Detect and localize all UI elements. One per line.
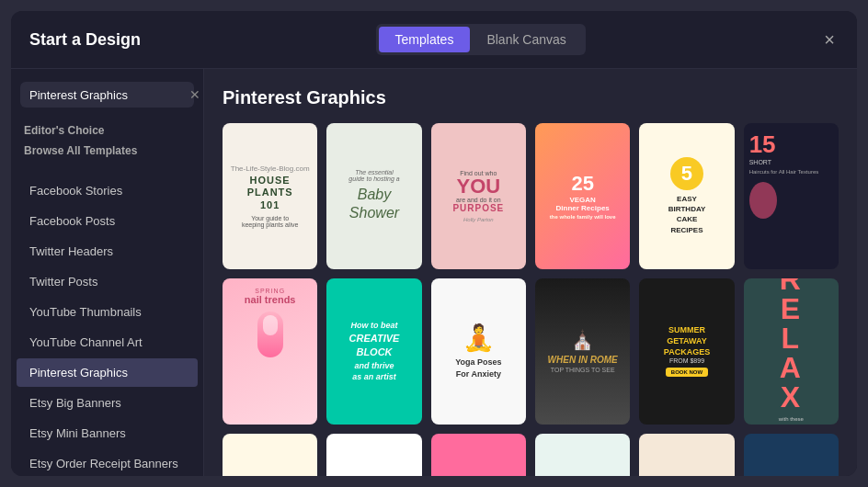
tab-blank-canvas[interactable]: Blank Canvas: [470, 27, 582, 52]
tab-templates[interactable]: Templates: [379, 27, 471, 52]
template-photo[interactable]: PHOTO101: [326, 434, 421, 476]
sidebar-item-pinterest-graphics[interactable]: Pinterest Graphics: [17, 358, 198, 387]
sidebar-item-twitter-posts[interactable]: Twitter Posts: [17, 267, 198, 296]
template-creative[interactable]: How to beatCREATIVE BLOCKand thriveas an…: [326, 278, 421, 425]
template-33[interactable]: 33: [431, 434, 526, 476]
template-hands[interactable]: 💍 Jewelry &Accessories: [639, 434, 734, 476]
template-ideas[interactable]: 15 IDEASFOR: [223, 434, 317, 476]
tab-group: Templates Blank Canvas: [376, 24, 586, 55]
sidebar: ✕ 🔍 Editor's Choice Browse All Templates…: [11, 69, 204, 476]
template-yoga[interactable]: 🧘 Yoga PosesFor Anxiety: [431, 278, 526, 425]
template-houseplants[interactable]: The-Life-Style-Blog.com HOUSEPLANTS101 Y…: [223, 123, 317, 269]
template-house2[interactable]: 🏠 Home & Living: [535, 434, 630, 476]
sidebar-item-editors-choice[interactable]: Editor's Choice: [11, 120, 203, 141]
template-stella[interactable]: THE STELLA COLLECTION: [744, 434, 839, 476]
search-input[interactable]: [29, 88, 184, 102]
modal-body: ✕ 🔍 Editor's Choice Browse All Templates…: [11, 69, 857, 476]
sidebar-item-youtube-channel-art[interactable]: YouTube Channel Art: [17, 328, 198, 357]
template-purpose[interactable]: Find out who YOU are and do it on PURPOS…: [431, 123, 526, 269]
template-babyshower[interactable]: The essentialguide to hosting a BabyShow…: [326, 123, 421, 269]
sidebar-item-etsy-order-receipt[interactable]: Etsy Order Receipt Banners: [17, 449, 198, 476]
template-rome[interactable]: ⛪ WHEN IN ROME TOP THINGS TO SEE: [535, 278, 630, 425]
modal-header: Start a Design Templates Blank Canvas ×: [11, 11, 857, 69]
template-nailtrends[interactable]: SPRING nail trends: [223, 278, 317, 425]
sidebar-item-youtube-thumbnails[interactable]: YouTube Thumbnails: [17, 298, 198, 326]
sidebar-item-etsy-mini-banners[interactable]: Etsy Mini Banners: [17, 419, 198, 447]
modal-title: Start a Design: [29, 30, 141, 50]
template-vegan[interactable]: 25 VEGANDinner Recipes the whole family …: [535, 123, 630, 269]
template-birthday[interactable]: 5 EasyBirthdayCakeRecipes: [639, 123, 734, 269]
template-relax[interactable]: RELAX with thesecustom spa packagesbook …: [744, 278, 839, 425]
template-grid: The-Life-Style-Blog.com HOUSEPLANTS101 Y…: [223, 123, 839, 476]
sidebar-item-browse-all[interactable]: Browse All Templates: [11, 141, 203, 161]
sidebar-item-etsy-big-banners[interactable]: Etsy Big Banners: [17, 389, 198, 417]
sidebar-item-twitter-headers[interactable]: Twitter Headers: [17, 237, 198, 266]
sidebar-item-facebook-stories[interactable]: Facebook Stories: [17, 176, 198, 205]
main-title: Pinterest Graphics: [223, 87, 839, 108]
template-short[interactable]: 15 SHORT Haircuts for All Hair Textures: [744, 123, 839, 269]
clear-search-button[interactable]: ✕: [189, 87, 200, 102]
close-button[interactable]: ×: [820, 27, 839, 52]
start-a-design-modal: Start a Design Templates Blank Canvas × …: [11, 11, 857, 476]
search-row[interactable]: ✕ 🔍: [20, 82, 194, 108]
main-content: Pinterest Graphics The-Life-Style-Blog.c…: [204, 69, 857, 476]
sidebar-item-facebook-posts[interactable]: Facebook Posts: [17, 207, 198, 235]
template-summer[interactable]: SUMMERGETAWAYPACKAGES FROM $899 BOOK NOW: [639, 278, 734, 425]
